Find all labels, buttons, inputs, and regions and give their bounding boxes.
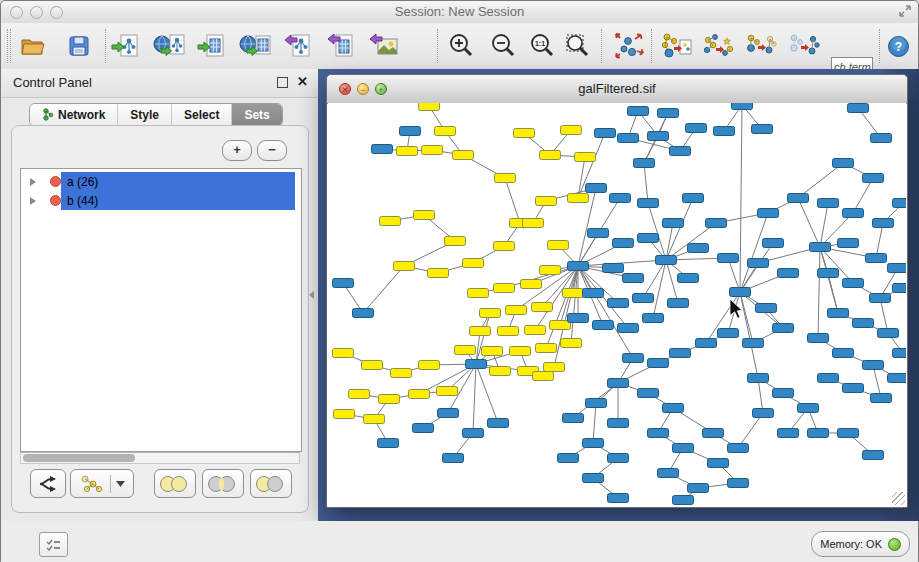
graph-node[interactable] — [773, 324, 794, 333]
graph-node[interactable] — [688, 484, 709, 493]
graph-node[interactable] — [732, 103, 753, 110]
union-button[interactable] — [154, 469, 196, 498]
graph-node[interactable] — [728, 479, 749, 488]
graph-node[interactable] — [595, 129, 616, 138]
graph-node[interactable] — [400, 127, 421, 136]
graph-node[interactable] — [888, 374, 907, 383]
first-neighbors-stars-button[interactable] — [701, 32, 737, 60]
graph-node[interactable] — [533, 372, 554, 381]
zoom-fit-selected-button[interactable] — [560, 32, 596, 60]
graph-node[interactable] — [372, 145, 393, 154]
import-table-file-button[interactable] — [194, 32, 230, 60]
graph-node[interactable] — [828, 309, 849, 318]
graph-node[interactable] — [536, 344, 557, 353]
graph-node[interactable] — [490, 367, 511, 376]
graph-node[interactable] — [638, 234, 659, 243]
graph-node[interactable] — [463, 429, 484, 438]
graph-node[interactable] — [586, 399, 607, 408]
import-network-url-button[interactable] — [151, 32, 187, 60]
zoom-out-button[interactable] — [485, 32, 521, 60]
graph-node[interactable] — [568, 314, 589, 323]
graph-node[interactable] — [608, 454, 629, 463]
graph-node[interactable] — [586, 184, 607, 193]
select-from-unselected-button[interactable] — [786, 32, 822, 60]
graph-node[interactable] — [532, 303, 553, 312]
graph-node[interactable] — [818, 374, 839, 383]
graph-node[interactable] — [866, 254, 887, 263]
graph-node[interactable] — [413, 424, 434, 433]
graph-node[interactable] — [380, 217, 401, 226]
graph-node[interactable] — [394, 262, 415, 271]
graph-node[interactable] — [798, 404, 819, 413]
select-from-selection-button[interactable] — [743, 32, 779, 60]
graph-node[interactable] — [563, 289, 584, 298]
graph-node[interactable] — [718, 254, 739, 263]
graph-node[interactable] — [623, 274, 644, 283]
apply-preferred-layout-button[interactable] — [611, 32, 647, 60]
graph-node[interactable] — [333, 279, 354, 288]
graph-node[interactable] — [810, 243, 831, 252]
graph-node[interactable] — [618, 134, 639, 143]
graph-node[interactable] — [758, 209, 779, 218]
graph-node[interactable] — [480, 309, 501, 318]
graph-node[interactable] — [863, 451, 884, 460]
graph-node[interactable] — [435, 127, 456, 136]
sets-list[interactable]: a (26) b (44) — [20, 168, 302, 452]
graph-node[interactable] — [808, 334, 829, 343]
export-network-button[interactable] — [280, 32, 316, 60]
graph-node[interactable] — [683, 194, 704, 203]
graph-node[interactable] — [561, 126, 582, 135]
help-button[interactable]: ? — [883, 32, 913, 60]
graph-node[interactable] — [523, 219, 544, 228]
add-set-button[interactable]: + — [222, 140, 252, 161]
graph-node[interactable] — [453, 151, 474, 160]
graph-node[interactable] — [438, 409, 459, 418]
graph-node[interactable] — [364, 415, 385, 424]
network-view-window[interactable]: ✕ − + galFiltered.sif — [326, 74, 908, 508]
graph-node[interactable] — [428, 269, 449, 278]
graph-node[interactable] — [893, 199, 907, 208]
graph-node[interactable] — [696, 339, 717, 348]
graph-node[interactable] — [871, 134, 892, 143]
graph-node[interactable] — [362, 361, 383, 370]
graph-node[interactable] — [648, 132, 669, 141]
graph-node[interactable] — [443, 454, 464, 463]
open-session-button[interactable] — [15, 32, 51, 60]
extract-set-button[interactable] — [70, 469, 134, 498]
graph-node[interactable] — [568, 262, 589, 271]
graph-node[interactable] — [583, 474, 604, 483]
graph-node[interactable] — [463, 259, 484, 268]
graph-node[interactable] — [763, 239, 784, 248]
graph-node[interactable] — [673, 496, 694, 505]
graph-node[interactable] — [378, 439, 399, 448]
graph-node[interactable] — [628, 107, 649, 116]
graph-node[interactable] — [540, 151, 561, 160]
graph-node[interactable] — [409, 390, 430, 399]
split-set-button[interactable] — [30, 469, 66, 498]
export-image-button[interactable] — [366, 32, 402, 60]
graph-node[interactable] — [623, 354, 644, 363]
import-table-url-button[interactable] — [237, 32, 273, 60]
graph-node[interactable] — [397, 147, 418, 156]
graph-node[interactable] — [583, 439, 604, 448]
graph-node[interactable] — [893, 349, 907, 358]
graph-node[interactable] — [743, 339, 764, 348]
tab-sets[interactable]: Sets — [231, 104, 281, 126]
network-canvas[interactable] — [328, 103, 906, 506]
graph-node[interactable] — [353, 309, 374, 318]
graph-node[interactable] — [658, 109, 679, 118]
graph-node[interactable] — [838, 239, 859, 248]
graph-node[interactable] — [673, 444, 694, 453]
graph-node[interactable] — [603, 264, 624, 273]
graph-node[interactable] — [863, 174, 884, 183]
graph-node[interactable] — [833, 349, 854, 358]
scrollbar-thumb[interactable] — [23, 454, 135, 462]
graph-node[interactable] — [419, 361, 440, 370]
export-table-button[interactable] — [323, 32, 359, 60]
graph-node[interactable] — [888, 264, 907, 273]
graph-node[interactable] — [753, 409, 774, 418]
graph-node[interactable] — [843, 209, 864, 218]
graph-node[interactable] — [848, 104, 869, 113]
graph-node[interactable] — [588, 229, 609, 238]
graph-node[interactable] — [718, 329, 739, 338]
